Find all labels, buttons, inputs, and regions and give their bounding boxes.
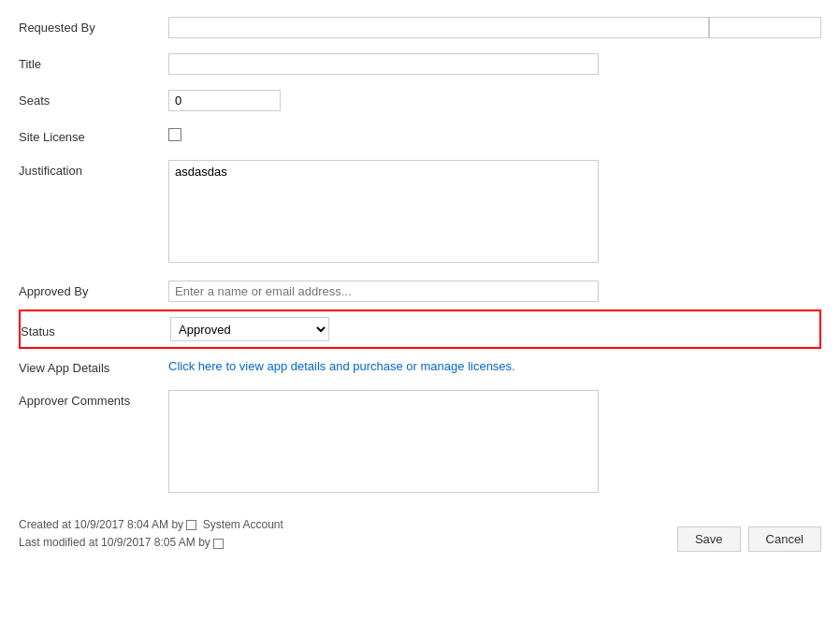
created-checkbox-icon <box>186 520 196 530</box>
requested-by-wrap <box>168 17 821 38</box>
footer-text: Created at 10/9/2017 8:04 AM by System A… <box>19 516 283 552</box>
title-label: Title <box>19 53 168 71</box>
title-input[interactable] <box>168 53 599 75</box>
seats-wrap <box>168 90 821 111</box>
view-app-label: View App Details <box>19 357 168 375</box>
approved-by-input[interactable] <box>168 281 599 302</box>
cancel-button[interactable]: Cancel <box>748 526 821 552</box>
created-user: System Account <box>203 518 283 531</box>
approver-comments-wrap <box>168 390 821 496</box>
footer: Created at 10/9/2017 8:04 AM by System A… <box>19 516 821 552</box>
approved-by-label: Approved By <box>19 281 168 298</box>
created-text: Created at 10/9/2017 8:04 AM by <box>19 518 183 531</box>
save-button[interactable]: Save <box>677 526 741 552</box>
title-row: Title <box>19 46 821 82</box>
modified-line: Last modified at 10/9/2017 8:05 AM by <box>19 534 283 552</box>
justification-row: Justification asdasdas <box>19 152 821 273</box>
requested-by-label: Requested By <box>19 17 168 35</box>
view-app-link[interactable]: Click here to view app details and purch… <box>168 359 515 373</box>
justification-wrap: asdasdas <box>168 160 821 266</box>
footer-actions: Save Cancel <box>677 526 821 552</box>
status-row: Status Approved Pending Rejected <box>19 310 821 349</box>
status-wrap: Approved Pending Rejected <box>170 317 819 341</box>
seats-row: Seats <box>19 82 821 119</box>
seats-label: Seats <box>19 90 168 108</box>
site-license-row: Site License <box>19 119 821 152</box>
requested-by-row: Requested By <box>19 9 821 46</box>
seats-input[interactable] <box>168 90 281 111</box>
site-license-label: Site License <box>19 126 168 144</box>
approver-comments-label: Approver Comments <box>19 390 168 408</box>
title-wrap <box>168 53 821 75</box>
modified-text: Last modified at 10/9/2017 8:05 AM by <box>19 536 210 549</box>
requested-by-input[interactable] <box>168 17 709 38</box>
approver-comments-textarea[interactable] <box>168 390 599 493</box>
created-line: Created at 10/9/2017 8:04 AM by System A… <box>19 516 283 534</box>
form-container: Requested By Title Seats Site License Ju… <box>19 9 821 552</box>
status-select[interactable]: Approved Pending Rejected <box>170 317 329 341</box>
status-label: Status <box>21 321 170 339</box>
justification-textarea[interactable]: asdasdas <box>168 160 599 263</box>
view-app-wrap: Click here to view app details and purch… <box>168 359 821 373</box>
approved-by-wrap <box>168 281 821 302</box>
view-app-row: View App Details Click here to view app … <box>19 349 821 382</box>
site-license-checkbox[interactable] <box>168 128 181 141</box>
approver-comments-row: Approver Comments <box>19 382 821 503</box>
approved-by-row: Approved By <box>19 273 821 310</box>
justification-label: Justification <box>19 160 168 178</box>
site-license-wrap <box>168 126 821 141</box>
modified-checkbox-icon <box>213 539 224 549</box>
requested-by-input-right[interactable] <box>709 17 821 38</box>
